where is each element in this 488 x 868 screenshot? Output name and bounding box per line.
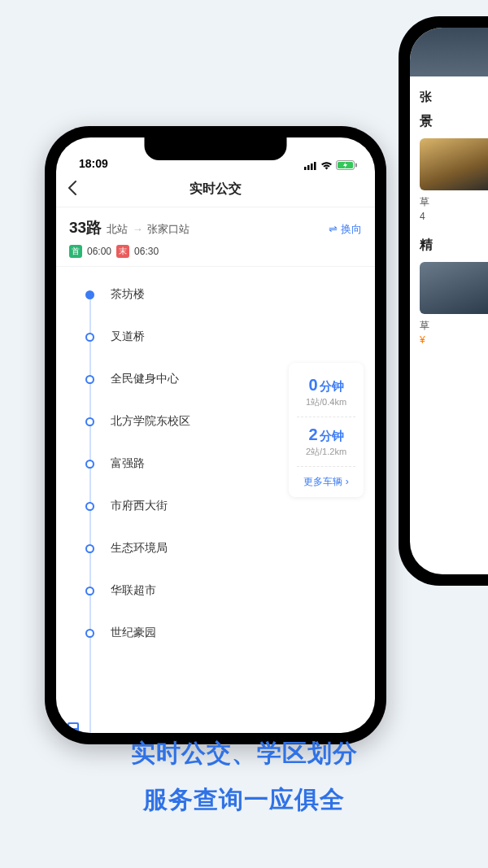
stop-dot-icon: [85, 375, 94, 384]
stop-item[interactable]: 生态环境局: [56, 527, 375, 569]
back-button[interactable]: [68, 179, 76, 200]
route-line: [89, 291, 91, 733]
stop-item[interactable]: 世纪豪园: [56, 612, 375, 654]
stop-dot-icon: [85, 460, 94, 469]
status-right: [304, 160, 357, 170]
eta-row: 0分钟 1站/0.4km: [294, 371, 359, 413]
phone-mockup-main: 18:09 实时公交 33路 北站 → 张家口站: [45, 126, 386, 744]
svg-rect-2: [311, 164, 313, 170]
first-bus-time: 06:00: [87, 246, 111, 257]
thumb-caption: 草: [420, 195, 488, 209]
swap-direction-button[interactable]: ⇌ 换向: [329, 222, 362, 237]
thumb-image[interactable]: [420, 138, 488, 190]
route-schedule: 首 06:00 末 06:30: [69, 245, 362, 258]
swap-icon: ⇌: [329, 223, 338, 235]
last-bus-badge: 末: [116, 245, 129, 258]
nav-bar: 实时公交: [56, 172, 375, 207]
stop-dot-icon: [85, 544, 94, 553]
thumb-caption: 草: [420, 319, 488, 333]
thumb-caption: 4: [420, 211, 488, 222]
first-bus-badge: 首: [69, 245, 82, 258]
stop-dot-icon: [85, 290, 94, 299]
chevron-right-icon: ›: [346, 476, 349, 487]
divider: [297, 466, 355, 467]
stop-item[interactable]: 华联超市: [56, 569, 375, 612]
svg-rect-0: [304, 167, 307, 170]
stop-dot-icon: [85, 333, 94, 342]
route-content: 茶坊楼 叉道桥 全民健身中心 北方学院东校区 富强路 市府西大街 生态环境局 华…: [56, 267, 375, 733]
stop-item[interactable]: 叉道桥: [56, 316, 375, 358]
phone-screen: 18:09 实时公交 33路 北站 → 张家口站: [56, 137, 375, 733]
notch: [145, 137, 287, 160]
last-bus-time: 06:30: [134, 246, 159, 257]
svg-rect-1: [307, 165, 310, 170]
svg-rect-8: [69, 724, 77, 728]
route-number: 33路: [69, 217, 102, 238]
section-header: 精: [420, 237, 488, 254]
divider: [297, 417, 355, 417]
page-title: 实时公交: [190, 181, 242, 198]
card-title: 张: [420, 89, 488, 105]
svg-rect-3: [314, 162, 316, 170]
route-header: 33路 北站 → 张家口站 ⇌ 换向 首 06:00 末 06:30: [56, 207, 375, 267]
stop-dot-icon: [85, 417, 94, 426]
eta-row: 2分钟 2站/1.2km: [294, 421, 359, 463]
phone-mockup-secondary: 张 景 草 4 精 草 ¥: [399, 16, 488, 586]
stop-dot-icon: [85, 587, 94, 595]
status-time: 18:09: [79, 157, 108, 170]
stop-item[interactable]: 茶坊楼: [56, 273, 375, 316]
phone2-screen: 张 景 草 4 精 草 ¥: [410, 28, 488, 574]
thumb-image[interactable]: [420, 262, 488, 314]
signal-icon: [304, 161, 317, 170]
more-vehicles-button[interactable]: 更多车辆 ›: [294, 470, 359, 489]
hero-image: [410, 28, 488, 76]
wifi-icon: [320, 161, 333, 170]
arrow-right-icon: →: [133, 223, 143, 235]
chevron-left-icon: [68, 181, 76, 195]
marketing-tagline: 实时公交、学区划分 服务查询一应俱全: [0, 730, 488, 822]
thumb-price: ¥: [420, 334, 488, 346]
battery-icon: [336, 160, 357, 170]
route-direction: 北站 → 张家口站: [107, 222, 190, 237]
stop-dot-icon: [85, 502, 94, 511]
eta-card: 0分钟 1站/0.4km 2分钟 2站/1.2km 更多车辆 ›: [289, 363, 364, 497]
stop-dot-icon: [85, 629, 94, 638]
section-header: 景: [420, 113, 488, 130]
route-name: 33路 北站 → 张家口站: [69, 217, 190, 238]
svg-rect-6: [355, 164, 357, 168]
